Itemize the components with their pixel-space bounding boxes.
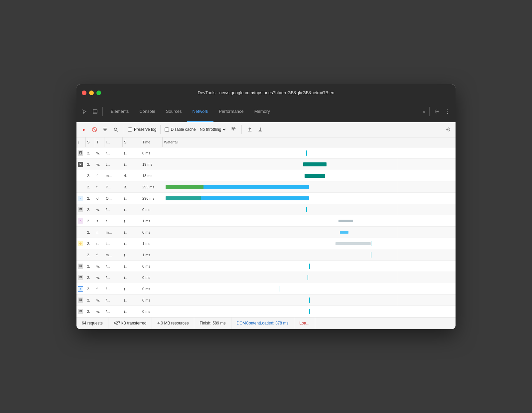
col-header-time[interactable]: Time: [141, 137, 163, 147]
record-button[interactable]: ●: [80, 125, 88, 133]
row-time: 295 ms: [141, 181, 163, 193]
col-header-name[interactable]: I...: [104, 137, 123, 147]
close-button[interactable]: [82, 91, 86, 95]
table-row[interactable]: 2. f. m... (.. 0 ms: [76, 227, 456, 238]
table-row[interactable]: 🖼 2. w. /... (.. 0 ms: [76, 147, 456, 159]
status-bar: 64 requests 427 kB transferred 4.0 MB re…: [76, 317, 456, 329]
row-time: 296 ms: [141, 193, 163, 204]
row-type: t.: [95, 181, 104, 193]
row-name: t...: [104, 159, 123, 170]
requests-count: 64 requests: [82, 317, 108, 329]
row-size: (..: [123, 306, 141, 317]
row-status: 2.: [86, 204, 95, 215]
table-row[interactable]: ≡ 2. d. O... (.. 296 ms: [76, 193, 456, 204]
row-status: 2.: [86, 272, 95, 283]
toolbar-right: » ⋮: [421, 107, 452, 116]
preserve-log-checkbox[interactable]: Preserve log: [128, 127, 156, 132]
download-icon[interactable]: [256, 125, 264, 133]
row-time: 0 ms: [141, 306, 163, 317]
row-name: /...: [104, 147, 123, 159]
row-icon: [76, 227, 86, 238]
network-subtoolbar: ● 🚫 Preserve log Disable cache No thrott…: [76, 122, 456, 137]
dock-icon[interactable]: [90, 107, 100, 116]
col-header-size[interactable]: S: [123, 137, 141, 147]
row-status: 2.: [86, 238, 95, 249]
table-row[interactable]: 🖼 2. w. /... (.. 0 ms: [76, 261, 456, 272]
tab-elements[interactable]: Elements: [105, 101, 134, 122]
upload-icon[interactable]: [246, 125, 254, 133]
disable-cache-checkbox[interactable]: Disable cache: [165, 127, 196, 132]
table-row[interactable]: 🖼 2. w. /... (.. 0 ms: [76, 204, 456, 215]
clear-button[interactable]: 🚫: [90, 125, 98, 133]
dom-content-loaded-time: DOMContentLoaded: 378 ms: [231, 317, 294, 329]
row-waterfall: [163, 215, 456, 227]
table-row[interactable]: ⚙ 2. s. t... (.. 1 ms: [76, 238, 456, 249]
svg-point-5: [448, 129, 449, 130]
table-row[interactable]: 🖼 2. w. /... (.. 0 ms: [76, 272, 456, 283]
tab-sources[interactable]: Sources: [161, 101, 187, 122]
load-time: Loa...: [294, 317, 315, 329]
row-icon: 🖼: [76, 147, 86, 159]
row-time: 0 ms: [141, 295, 163, 306]
row-waterfall: [163, 159, 456, 170]
throttle-select[interactable]: No throttling: [199, 127, 227, 132]
col-header-waterfall[interactable]: Waterfall: [163, 137, 456, 147]
row-icon: ▣: [76, 159, 86, 170]
cursor-icon[interactable]: [80, 107, 89, 116]
row-waterfall: [163, 181, 456, 193]
row-size: (..: [123, 283, 141, 295]
row-waterfall: [163, 170, 456, 181]
more-tabs-button[interactable]: »: [421, 109, 427, 114]
subtoolbar-sep-3: [241, 125, 242, 134]
col-header-indicator: ↓: [76, 137, 86, 147]
col-header-type[interactable]: T: [95, 137, 104, 147]
row-status: 2.: [86, 227, 95, 238]
row-size: (..: [123, 204, 141, 215]
settings-icon[interactable]: [432, 107, 442, 116]
table-row[interactable]: T 2. f. /... (.. 0 ms: [76, 283, 456, 295]
row-type: d.: [95, 193, 104, 204]
more-options-icon[interactable]: ⋮: [443, 107, 452, 116]
row-type: f.: [95, 170, 104, 181]
svg-line-4: [117, 130, 118, 131]
row-type: f.: [95, 227, 104, 238]
row-waterfall: [163, 204, 456, 215]
minimize-button[interactable]: [89, 91, 94, 95]
tab-memory[interactable]: Memory: [249, 101, 275, 122]
row-size: 3.: [123, 181, 141, 193]
row-icon: [76, 249, 86, 261]
row-name: m...: [104, 227, 123, 238]
settings-gear-icon[interactable]: [444, 125, 452, 133]
table-row[interactable]: ▣ 2. w. t... (.. 19 ms: [76, 159, 456, 170]
filter-icon[interactable]: [101, 125, 109, 133]
row-status: 2.: [86, 181, 95, 193]
row-time: 0 ms: [141, 204, 163, 215]
tab-console[interactable]: Console: [134, 101, 161, 122]
tab-network[interactable]: Network: [187, 101, 214, 122]
search-icon[interactable]: [112, 125, 120, 133]
row-size: (..: [123, 238, 141, 249]
row-size: (..: [123, 147, 141, 159]
row-icon: [76, 170, 86, 181]
devtools-window: DevTools - news.google.com/topstories?hl…: [76, 84, 456, 329]
table-row[interactable]: 2. t. P... 3. 295 ms: [76, 181, 456, 193]
table-row[interactable]: 2. f. m... (.. 1 ms: [76, 249, 456, 261]
row-status: 2.: [86, 249, 95, 261]
table-row[interactable]: ✎ 2. s. t... (.. 1 ms: [76, 215, 456, 227]
row-type: f.: [95, 249, 104, 261]
row-waterfall: [163, 295, 456, 306]
table-row[interactable]: 🖼 2. w. /... (.. 0 ms: [76, 306, 456, 317]
tab-performance[interactable]: Performance: [213, 101, 249, 122]
row-icon: 🖼: [76, 204, 86, 215]
row-type: w.: [95, 295, 104, 306]
row-icon: 🖼: [76, 295, 86, 306]
table-row[interactable]: 2. f. m... 4. 18 ms: [76, 170, 456, 181]
maximize-button[interactable]: [96, 91, 101, 95]
table-row[interactable]: 🖼 2. w. /... (.. 0 ms: [76, 295, 456, 306]
row-time: 0 ms: [141, 261, 163, 272]
row-type: w.: [95, 306, 104, 317]
row-size: (..: [123, 159, 141, 170]
wifi-icon[interactable]: [229, 125, 237, 133]
row-status: 2.: [86, 215, 95, 227]
col-header-status[interactable]: S: [86, 137, 95, 147]
